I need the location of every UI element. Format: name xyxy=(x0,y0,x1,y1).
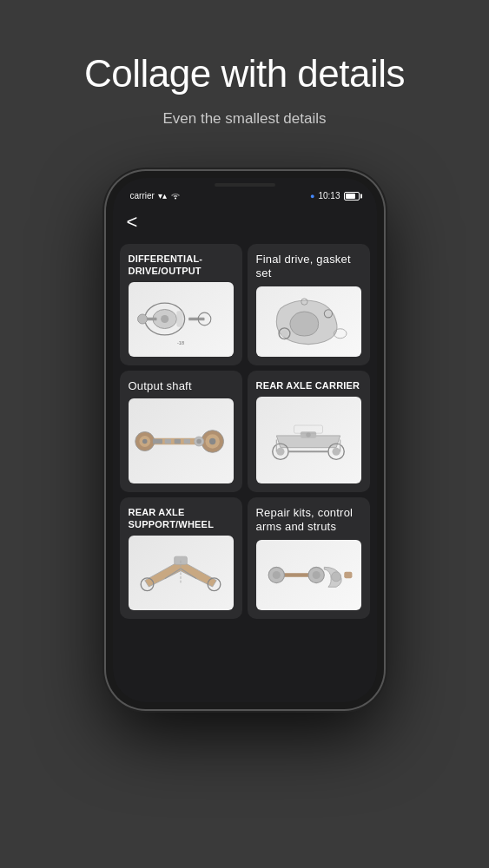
svg-point-7 xyxy=(138,314,148,324)
svg-rect-21 xyxy=(175,438,181,444)
item-title-repair-kits: Repair kits, control arms and struts xyxy=(256,506,361,536)
differential-diagram: -18 xyxy=(133,286,228,352)
svg-point-3 xyxy=(161,315,169,323)
nav-bar: < xyxy=(113,209,377,239)
support-diagram xyxy=(133,540,228,605)
carrier-text: carrier ▾▴ xyxy=(130,191,181,201)
item-title-rear-axle-support: REAR AXLE SUPPORT/WHEEL xyxy=(129,506,234,531)
parts-grid: DIFFERENTIAL-DRIVE/OUTPUT xyxy=(120,244,370,619)
svg-rect-8 xyxy=(176,312,182,327)
grid-item-output-shaft[interactable]: Output shaft xyxy=(120,371,242,492)
item-image-gasket xyxy=(256,286,361,356)
item-image-differential: -18 xyxy=(129,282,234,356)
grid-item-differential[interactable]: DIFFERENTIAL-DRIVE/OUTPUT xyxy=(120,244,242,365)
repair-diagram xyxy=(261,542,356,608)
hero-section: Collage with details Even the smallest d… xyxy=(0,0,489,154)
item-title-rear-axle-carrier: REAR AXLE CARRIER xyxy=(256,379,361,391)
phone-mockup: carrier ▾▴ ● 10:13 xyxy=(106,171,384,709)
battery-icon xyxy=(344,192,360,201)
status-right: ● 10:13 xyxy=(310,191,359,201)
hero-subtitle: Even the smallest details xyxy=(35,110,454,128)
svg-point-46 xyxy=(313,571,320,579)
item-image-output-shaft xyxy=(129,398,234,483)
svg-point-29 xyxy=(276,448,284,456)
wifi-signal-icon xyxy=(170,192,181,200)
item-image-rear-axle-support xyxy=(129,536,234,609)
back-button[interactable]: < xyxy=(127,211,138,233)
svg-point-44 xyxy=(273,571,281,579)
grid-item-rear-axle-support[interactable]: REAR AXLE SUPPORT/WHEEL xyxy=(120,497,242,619)
svg-rect-5 xyxy=(188,318,204,321)
svg-point-47 xyxy=(332,572,341,582)
svg-rect-20 xyxy=(165,438,171,444)
svg-text:-18: -18 xyxy=(177,340,184,345)
svg-point-31 xyxy=(333,448,340,456)
phone-screen: carrier ▾▴ ● 10:13 xyxy=(113,178,377,702)
svg-rect-19 xyxy=(153,438,162,444)
charging-icon: ● xyxy=(310,192,314,201)
item-title-output-shaft: Output shaft xyxy=(129,379,234,394)
svg-point-11 xyxy=(281,331,287,337)
svg-point-0 xyxy=(175,198,176,200)
svg-rect-48 xyxy=(344,572,352,578)
wifi-icon: ▾▴ xyxy=(158,191,167,201)
svg-point-27 xyxy=(196,438,202,444)
grid-item-gasket[interactable]: Final drive, gasket set xyxy=(248,244,370,365)
time-display: 10:13 xyxy=(318,191,340,201)
status-bar: carrier ▾▴ ● 10:13 xyxy=(113,178,377,209)
item-title-gasket: Final drive, gasket set xyxy=(256,253,361,282)
shaft-diagram xyxy=(133,409,228,474)
svg-point-18 xyxy=(142,438,148,444)
item-image-repair-kits xyxy=(256,540,361,609)
gasket-diagram xyxy=(261,289,356,354)
item-image-rear-axle-carrier xyxy=(256,397,361,483)
svg-rect-22 xyxy=(184,438,190,444)
content-area[interactable]: DIFFERENTIAL-DRIVE/OUTPUT xyxy=(113,239,377,702)
grid-item-repair-kits[interactable]: Repair kits, control arms and struts xyxy=(248,497,370,619)
item-title-differential: DIFFERENTIAL-DRIVE/OUTPUT xyxy=(129,253,234,278)
svg-point-25 xyxy=(209,437,215,444)
phone-frame: carrier ▾▴ ● 10:13 xyxy=(106,171,384,709)
grid-item-rear-axle-carrier[interactable]: REAR AXLE CARRIER xyxy=(248,371,370,492)
notch-bar xyxy=(215,183,275,187)
rear-axle-diagram xyxy=(261,407,356,472)
hero-title: Collage with details xyxy=(35,52,454,96)
